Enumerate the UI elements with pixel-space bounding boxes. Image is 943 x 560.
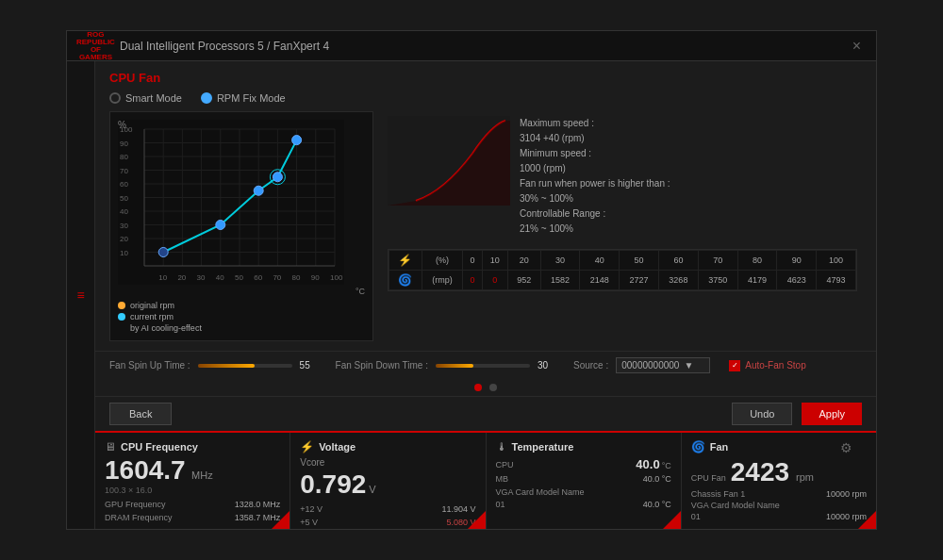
table-rpm-60: 3268 xyxy=(658,271,698,290)
mb-temp-label: MB xyxy=(496,473,509,486)
source-dropdown-icon: ▼ xyxy=(684,360,693,371)
chart-x-label: °C xyxy=(118,287,365,296)
vga-fan-label: VGA Card Model Name xyxy=(691,501,780,510)
legend-current-rpm: current rpm xyxy=(118,312,365,321)
chart-y-label: % xyxy=(118,120,126,130)
undo-button[interactable]: Undo xyxy=(732,403,792,425)
spin-up-slider[interactable] xyxy=(198,364,292,368)
legend-ai-label: by AI cooling-effect xyxy=(118,323,365,333)
table-60: 60 xyxy=(658,251,698,271)
temp-stat-box: 🌡 Temperature CPU 40.0 °C MB 40.0 °C xyxy=(487,433,682,529)
mode-row: Smart Mode RPM Fix Mode xyxy=(109,92,862,104)
table-rpm-90: 4623 xyxy=(777,271,817,290)
vga-temp-label-row: VGA Card Model Name xyxy=(496,486,671,500)
temp-icon: 🌡 xyxy=(496,440,507,453)
autofan-row: ✓ Auto-Fan Stop xyxy=(729,360,805,371)
controllable-label: Controllable Range : xyxy=(520,206,670,222)
spin-down-value: 30 xyxy=(538,360,554,371)
cpu-temp-unit: °C xyxy=(662,461,671,470)
table-70: 70 xyxy=(698,251,737,271)
table-rpm-100: 4793 xyxy=(817,271,856,290)
sidebar: ≡ xyxy=(67,61,95,529)
source-label: Source : xyxy=(573,360,608,371)
table-90: 90 xyxy=(777,251,817,271)
controllable-value: 21% ~ 100% xyxy=(520,222,670,237)
red-triangle-cpu xyxy=(271,511,290,529)
apply-button[interactable]: Apply xyxy=(802,403,862,425)
dot-1[interactable] xyxy=(474,384,482,391)
smart-mode-option[interactable]: Smart Mode xyxy=(109,92,182,104)
legend-dot-original xyxy=(118,302,125,309)
gpu-freq-value: 1328.0 MHz xyxy=(235,499,281,512)
red-triangle-fan xyxy=(857,511,876,529)
rpm-fix-mode-radio[interactable] xyxy=(201,92,212,104)
legend-dot-current xyxy=(118,313,125,321)
legend-original-rpm: original rpm xyxy=(118,301,365,310)
titlebar: ROGREPUBLICOFGAMERS Dual Intelligent Pro… xyxy=(67,31,876,61)
table-rpm-40: 2148 xyxy=(580,271,620,290)
chart-legend: original rpm current rpm by AI cooling-e… xyxy=(118,301,365,333)
cpu-stat-rows: GPU Frequency 1328.0 MHz DRAM Frequency … xyxy=(105,499,280,524)
cpu-fan-row: CPU Fan 2423 rpm xyxy=(691,457,867,487)
spin-down-fill xyxy=(436,364,473,368)
v5-row: +5 V 5.080 V xyxy=(300,517,475,530)
vga-fan-val-row: 01 10000 rpm xyxy=(691,512,867,521)
info-top-row: Maximum speed : 3104 +40 (rpm) Minimum s… xyxy=(388,116,857,237)
stats-bar: 🖥 CPU Frequency 1604.7 MHz 100.3 × 16.0 … xyxy=(95,431,876,529)
content-area: CPU Fan Smart Mode RPM Fix Mode xyxy=(95,61,876,529)
voltage-icon: ⚡ xyxy=(300,440,314,453)
voltage-rows: +12 V 11.904 V +5 V 5.080 V +3.3 V 3.080… xyxy=(300,503,475,529)
autofan-label: Auto-Fan Stop xyxy=(745,360,805,371)
table-rpm-30: 1582 xyxy=(540,271,580,290)
chart-panel: % °C original rpm current rpm xyxy=(109,111,373,341)
back-button[interactable]: Back xyxy=(109,403,172,425)
bottom-controls: Fan Spin Up Time : 55 Fan Spin Down Time… xyxy=(95,351,876,379)
dram-freq-label: DRAM Frequency xyxy=(105,512,173,525)
fan-curve-svg xyxy=(388,116,510,206)
titlebar-title: Dual Intelligent Processors 5 / FanXpert… xyxy=(120,40,847,53)
fan-section: CPU Fan Smart Mode RPM Fix Mode xyxy=(95,61,876,351)
temp-stat-header: 🌡 Temperature xyxy=(496,440,671,453)
cpu-main-row: 1604.7 MHz xyxy=(105,457,280,484)
cpu-main-unit: MHz xyxy=(191,469,213,481)
chassis-fan-row: Chassis Fan 1 10000 rpm xyxy=(691,489,867,499)
fan-stat-title: Fan xyxy=(710,441,729,453)
mb-temp-value: 40.0 °C xyxy=(643,473,671,486)
main-window: ROGREPUBLICOFGAMERS Dual Intelligent Pro… xyxy=(66,30,877,530)
fan-curve-visual xyxy=(388,116,510,237)
table-rpm-20: 952 xyxy=(508,271,541,290)
spin-down-label: Fan Spin Down Time : xyxy=(336,360,428,371)
max-speed-value: 3104 +40 (rpm) xyxy=(520,131,670,146)
sidebar-menu-icon[interactable]: ≡ xyxy=(76,288,84,303)
section-title: CPU Fan xyxy=(109,71,862,85)
rpm-fix-mode-option[interactable]: RPM Fix Mode xyxy=(201,92,286,104)
smart-mode-radio[interactable] xyxy=(109,92,121,104)
action-bar: Back Undo Apply xyxy=(95,396,876,431)
table-0: 0 xyxy=(463,251,482,271)
fan-specs: Maximum speed : 3104 +40 (rpm) Minimum s… xyxy=(520,116,670,237)
spin-down-group: Fan Spin Down Time : 30 xyxy=(336,360,554,371)
vga-temp-value: 40.0 °C xyxy=(643,499,671,512)
cpu-icon: 🖥 xyxy=(105,440,116,453)
v12-label: +12 V xyxy=(300,503,323,517)
fanrun-value: 30% ~ 100% xyxy=(520,191,670,206)
vcore-value: 0.792 xyxy=(300,469,366,500)
cpu-sub: 100.3 × 16.0 xyxy=(105,486,280,495)
close-button[interactable]: × xyxy=(847,36,867,57)
table-rpm-80: 4179 xyxy=(737,271,777,290)
cpu-stat-title: CPU Frequency xyxy=(121,441,198,453)
table-50: 50 xyxy=(620,251,659,271)
source-select[interactable]: 00000000000 ▼ xyxy=(616,357,710,373)
gear-icon[interactable]: ⚙ xyxy=(840,440,852,455)
autofan-checkbox[interactable]: ✓ xyxy=(729,360,740,371)
spin-down-slider[interactable] xyxy=(436,364,530,368)
vcore-label: Vcore xyxy=(300,457,475,468)
voltage-stat-title: Voltage xyxy=(319,441,356,453)
vcore-main: 0.792 V xyxy=(300,469,475,500)
gpu-freq-label: GPU Frequency xyxy=(105,499,166,512)
table-rpm-label: (rmp) xyxy=(422,271,463,290)
voltage-stat-header: ⚡ Voltage xyxy=(300,440,475,453)
dot-2[interactable] xyxy=(489,384,497,391)
gpu-freq-row: GPU Frequency 1328.0 MHz xyxy=(105,499,280,512)
fan-chart[interactable] xyxy=(118,120,344,285)
